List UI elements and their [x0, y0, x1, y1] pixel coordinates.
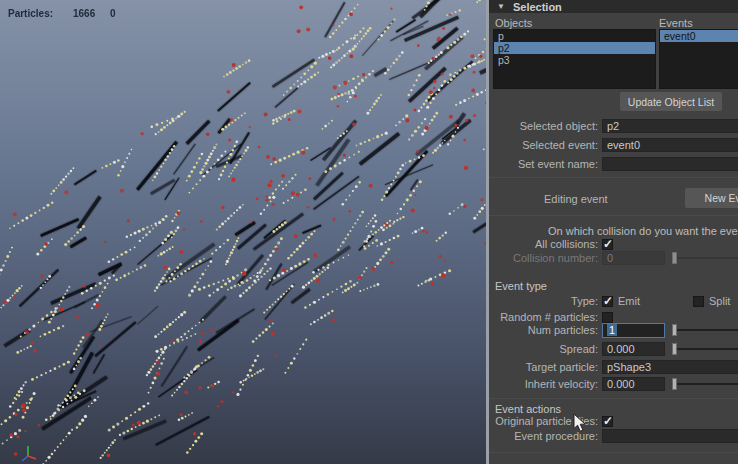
viewport-canvas[interactable] — [0, 0, 486, 464]
spread-field[interactable]: 0.000 — [602, 342, 665, 356]
event-procedure-field[interactable] — [602, 429, 738, 443]
emit-label: Emit — [618, 295, 658, 307]
inherit-velocity-row: Inherit velocity: 0.000 — [489, 377, 738, 391]
collision-question-text: On which collision do you want the event… — [548, 225, 738, 237]
separator — [489, 177, 738, 178]
application-window: Particles: 1666 0 ▼ Selection Objects Ev… — [0, 0, 738, 464]
type-label: Type: — [489, 295, 602, 307]
event-type-section-label: Event type — [495, 280, 738, 292]
target-particle-field[interactable]: pShape3 — [602, 360, 738, 374]
events-list[interactable]: event0 — [659, 29, 738, 89]
hud-particle-count: 1666 — [73, 8, 95, 19]
collision-number-field: 0 — [602, 251, 665, 265]
inherit-velocity-slider[interactable] — [672, 378, 738, 390]
slider-track[interactable] — [677, 348, 738, 350]
type-row: Type: Emit Split — [489, 294, 738, 308]
collision-number-row: Collision number: 0 — [489, 251, 738, 265]
objects-list[interactable]: p p2 p3 — [493, 29, 656, 89]
selected-object-row: Selected object: p2 — [489, 119, 738, 133]
object-list-item-selected[interactable]: p2 — [494, 42, 655, 54]
events-list-label: Events — [659, 17, 719, 29]
spread-slider[interactable] — [672, 343, 738, 355]
selected-event-field[interactable]: event0 — [602, 138, 738, 152]
event-procedure-row: Event procedure: — [489, 429, 738, 443]
original-particle-dies-checkbox[interactable] — [602, 416, 613, 427]
spread-row: Spread: 0.000 — [489, 342, 738, 356]
random-particles-checkbox[interactable] — [602, 312, 613, 323]
split-label: Split — [709, 295, 730, 307]
event-procedure-label: Event procedure: — [489, 430, 602, 442]
all-collisions-checkbox[interactable] — [602, 239, 613, 250]
collision-number-slider — [672, 252, 738, 264]
separator — [489, 215, 738, 216]
num-particles-row: Num particles: 1 — [489, 323, 738, 337]
selected-event-label: Selected event: — [489, 139, 602, 151]
set-event-name-row: Set event name: — [489, 157, 738, 171]
inherit-velocity-label: Inherit velocity: — [489, 378, 602, 390]
all-collisions-label: All collisions: — [489, 238, 602, 250]
selected-object-field[interactable]: p2 — [602, 119, 738, 133]
particle-event-editor-panel: ▼ Selection Objects Events p p2 p3 event… — [489, 0, 738, 464]
slider-track — [677, 257, 738, 259]
event-list-item-selected[interactable]: event0 — [660, 30, 738, 42]
all-collisions-row: All collisions: — [489, 237, 738, 251]
objects-list-label: Objects — [495, 17, 555, 29]
emit-checkbox[interactable] — [602, 296, 613, 307]
slider-track[interactable] — [677, 383, 738, 385]
selection-section-header[interactable]: ▼ Selection — [489, 0, 738, 13]
hud-particles-label: Particles: — [8, 8, 53, 19]
separator — [489, 398, 738, 399]
num-particles-field[interactable]: 1 — [602, 323, 665, 338]
separator — [489, 452, 738, 453]
set-event-name-label: Set event name: — [489, 158, 602, 170]
num-particles-value: 1 — [607, 324, 617, 336]
num-particles-slider[interactable] — [672, 324, 738, 336]
split-checkbox[interactable] — [693, 296, 704, 307]
viewport-3d[interactable]: Particles: 1666 0 — [0, 0, 486, 464]
original-particle-dies-row: Original particle dies: — [489, 414, 738, 428]
update-object-list-button[interactable]: Update Object List — [620, 92, 722, 111]
random-particles-label: Random # particles: — [489, 311, 602, 323]
section-title: Selection — [513, 1, 562, 13]
hud-particle-count-secondary: 0 — [110, 8, 116, 19]
selected-object-label: Selected object: — [489, 120, 602, 132]
editing-event-label: Editing event — [544, 193, 664, 205]
target-particle-row: Target particle: pShape3 — [489, 360, 738, 374]
set-event-name-field[interactable] — [602, 157, 738, 171]
object-list-item[interactable]: p3 — [494, 54, 655, 66]
object-list-item[interactable]: p — [494, 30, 655, 42]
original-particle-dies-label: Original particle dies: — [489, 415, 602, 427]
inherit-velocity-field[interactable]: 0.000 — [602, 377, 665, 391]
num-particles-label: Num particles: — [489, 324, 602, 336]
slider-track[interactable] — [677, 329, 738, 331]
new-event-button[interactable]: New Event — [685, 188, 738, 208]
spread-label: Spread: — [489, 343, 602, 355]
target-particle-label: Target particle: — [489, 361, 602, 373]
collapse-triangle-icon[interactable]: ▼ — [497, 3, 505, 11]
selected-event-row: Selected event: event0 — [489, 138, 738, 152]
collision-number-label: Collision number: — [489, 252, 602, 264]
